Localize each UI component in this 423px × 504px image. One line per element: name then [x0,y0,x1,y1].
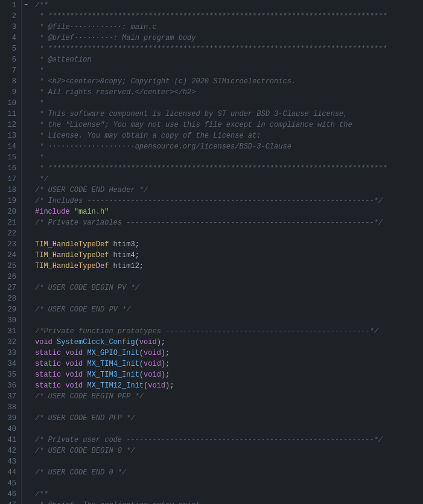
code-line [35,402,423,413]
normal-token: ( [139,369,144,380]
line-number: 22 [2,228,16,239]
code-line: TIM_HandleTypeDef htim4; [35,250,423,261]
code-line: /* USER CODE END 0 */ [35,467,423,478]
comment-token: /*Private function prototypes ----------… [35,326,378,337]
line-number: 38 [2,402,16,413]
comment-token: /* USER CODE BEGIN PFP */ [35,391,144,402]
line-number: 27 [2,282,16,293]
dots-token: ············ [70,22,122,33]
fold-icon [22,489,30,500]
line-number: 30 [2,315,16,326]
line-number: 17 [2,174,16,185]
code-line [35,424,423,435]
line-number: 25 [2,261,16,272]
line-number: 11 [2,109,16,120]
line-number: 39 [2,413,16,424]
code-line: /* USER CODE END PV */ [35,304,423,315]
code-line: * License. You may obtain a copy of the … [35,130,423,141]
line-number: 24 [2,250,16,261]
string-token: "main.h" [74,206,109,217]
line-number: 8 [2,76,16,87]
type-token: TIM_HandleTypeDef [35,239,109,250]
line-number: 41 [2,435,16,445]
code-line: /* USER CODE BEGIN 0 */ [35,445,423,456]
code-line: * <h2><center>&copy; Copyright (c) 2020 … [35,76,423,87]
fold-icon [22,250,30,261]
fold-icon [22,117,30,128]
keyword-token: void [65,359,83,369]
fold-icon [22,330,30,340]
line-number: 13 [2,130,16,141]
comment-token: /* USER CODE END PFP */ [35,413,135,424]
line-number: 16 [2,163,16,174]
fold-icon [22,144,30,155]
code-line: /* USER CODE END PFP */ [35,413,423,424]
code-line: TIM_HandleTypeDef htim3; [35,239,423,250]
code-line: /* Private variables -------------------… [35,217,423,228]
comment-token: * ····················opensource.org/lic… [35,141,291,152]
code-line: /** [35,0,423,11]
code-line: * **************************************… [35,11,423,22]
fold-icon [22,476,30,486]
comment-token: * **************************************… [35,11,387,22]
comment-token: /** [35,0,48,11]
keyword-token: void [65,369,83,380]
comment-token: * @file [35,22,70,33]
keyword-token: void [35,337,52,348]
comment-token: /* Private user code -------------------… [35,435,383,445]
keyword-token: static [35,369,61,380]
fold-icon [22,343,30,354]
line-number: 1 [2,0,16,11]
fold-icon [22,383,30,394]
fold-icon [22,409,30,420]
line-number: 47 [2,500,16,504]
fold-icon [22,183,30,194]
line-number: 33 [2,348,16,359]
comment-token: * the "License"; You may not use this fi… [35,120,352,130]
comment-token: * @brief [35,33,74,43]
fold-icon [22,130,30,141]
line-number: 5 [2,43,16,54]
line-number: 28 [2,293,16,304]
comment-token: /** [35,489,48,500]
keyword-token: void [144,369,161,380]
keyword-token: void [65,348,83,359]
function-token: MX_TIM12_Init [87,380,144,391]
fold-icon [22,64,30,75]
code-line: /*Private function prototypes ----------… [35,326,423,337]
comment-token: * @brief The application entry point. [35,500,205,504]
code-line: * @brief The application entry point. [35,500,423,504]
fold-icon [22,197,30,208]
preprocessor-token: #include [35,206,74,217]
code-line: #include "main.h" [35,206,423,217]
line-number: 20 [2,206,16,217]
function-token: MX_GPIO_Init [87,348,139,359]
keyword-token: void [65,380,83,391]
code-line: * @attention [35,54,423,65]
fold-icon [22,157,30,168]
line-number: 34 [2,359,16,369]
normal-token: htim4; [109,250,139,261]
comment-token: * License. You may obtain a copy of the … [35,130,261,141]
fold-icon [22,37,30,48]
type-token: TIM_HandleTypeDef [35,261,109,272]
normal-token: htim12; [109,261,144,272]
comment-token: * <h2><center>&copy; Copyright (c) 2020 … [35,76,296,87]
comment-token: : main.c [122,22,157,33]
comment-token: * [35,98,43,109]
line-number: 19 [2,196,16,206]
comment-token: * **************************************… [35,43,387,54]
normal-token [61,380,65,391]
line-number: 44 [2,467,16,478]
fold-icon [22,24,30,35]
line-number: 43 [2,456,16,467]
line-number: 32 [2,337,16,348]
normal-token [52,337,57,348]
normal-token [83,348,87,359]
normal-token: ); [157,337,165,348]
comment-token: * [35,152,43,163]
keyword-token: void [148,380,165,391]
fold-icon [22,170,30,181]
normal-token [61,348,65,359]
fold-icon[interactable]: − [22,0,30,11]
